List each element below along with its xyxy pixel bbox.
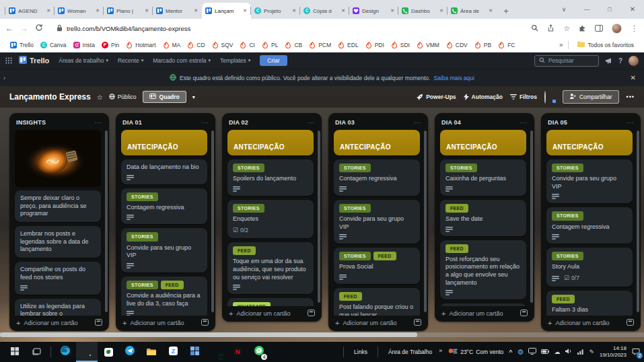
- label-feed[interactable]: FEED: [445, 204, 468, 213]
- header-action-filtros[interactable]: Filtros: [510, 94, 537, 100]
- close-window-button[interactable]: ✕: [621, 0, 644, 19]
- list-title[interactable]: DIA 03: [335, 119, 414, 126]
- bookmark-item[interactable]: PL: [258, 40, 281, 50]
- label-stories[interactable]: STORIES: [127, 232, 158, 241]
- bookmark-item[interactable]: PPin: [98, 40, 122, 50]
- tab-close-icon[interactable]: ✕: [390, 7, 395, 14]
- cloud-icon[interactable]: ☁: [554, 349, 560, 355]
- card[interactable]: Compartilhe os posts do feed nos stories: [15, 262, 101, 294]
- card[interactable]: STORIESSpoilers do lançamento: [227, 159, 314, 196]
- all-favorites-button[interactable]: Todos os favoritos: [574, 40, 637, 50]
- sidebar-expand-icon[interactable]: ›: [3, 75, 5, 81]
- label-feed[interactable]: FEED: [339, 292, 362, 301]
- volume-icon[interactable]: [565, 348, 573, 356]
- taskbar-links-toolbar[interactable]: Links: [353, 349, 369, 355]
- browser-tab[interactable]: Woman✕: [55, 3, 104, 19]
- browser-menu-icon[interactable]: ⋮: [631, 24, 639, 33]
- share-button[interactable]: Compartilhar: [563, 90, 619, 104]
- side-panel-icon[interactable]: [595, 22, 603, 34]
- banner-link[interactable]: Saiba mais aqui: [433, 75, 474, 81]
- clock[interactable]: 14:18 19/10/2023: [600, 345, 627, 359]
- list-scrollbar[interactable]: [424, 131, 427, 312]
- add-card-button[interactable]: +Adicionar um cartão: [227, 306, 317, 318]
- reload-icon[interactable]: [35, 22, 43, 34]
- card[interactable]: FEEDSave the date: [440, 200, 526, 236]
- card[interactable]: STORIESConvide para seu grupo VIP: [121, 228, 207, 272]
- bookmark-item[interactable]: VMM: [413, 40, 443, 50]
- network-icon[interactable]: [577, 349, 584, 356]
- label-feed[interactable]: FEED: [233, 246, 256, 255]
- list-scrollbar[interactable]: [105, 131, 108, 312]
- toolbar-overflow-icon[interactable]: »: [439, 345, 442, 354]
- trello-logo[interactable]: Trello: [19, 56, 49, 65]
- app-grid-icon[interactable]: [5, 55, 12, 67]
- view-chevron-icon[interactable]: ▾: [192, 94, 195, 100]
- banner-close-icon[interactable]: ✕: [631, 74, 636, 81]
- label-stories[interactable]: STORIES: [445, 164, 477, 172]
- label-stories[interactable]: STORIES: [552, 211, 583, 220]
- add-card-button[interactable]: +Adicionar um cartão: [14, 316, 104, 327]
- label-stories[interactable]: STORIES: [552, 252, 583, 260]
- add-card-button[interactable]: +Adicionar um cartão: [120, 316, 211, 327]
- list-title[interactable]: DIA 05: [548, 119, 627, 126]
- bookmark-item[interactable]: Trello: [7, 40, 37, 50]
- list-menu-icon[interactable]: ···: [520, 120, 528, 126]
- bookmark-item[interactable]: CD: [184, 40, 208, 50]
- browser-tab[interactable]: Dashbo✕: [398, 3, 448, 19]
- zoom-lens-icon[interactable]: [531, 22, 538, 34]
- chevron-up-icon[interactable]: ^: [509, 349, 512, 355]
- back-icon[interactable]: ←: [5, 24, 13, 33]
- profile-avatar[interactable]: [612, 24, 622, 34]
- browser-tab[interactable]: Lançam✕: [202, 3, 251, 19]
- help-icon[interactable]: ?: [618, 57, 622, 65]
- bookmark-item[interactable]: CCanva: [37, 40, 70, 50]
- list-scrollbar[interactable]: [637, 131, 639, 312]
- bookmark-item[interactable]: CDV: [443, 40, 471, 50]
- list-menu-icon[interactable]: ···: [414, 120, 421, 126]
- header-action-automao[interactable]: Automação: [464, 94, 503, 100]
- tab-close-icon[interactable]: ✕: [193, 7, 199, 14]
- taskbar-desktop-toolbar[interactable]: Área de Trabalho: [387, 349, 433, 355]
- forward-icon[interactable]: →: [20, 24, 28, 33]
- telegram-icon[interactable]: [119, 342, 141, 362]
- add-card-button[interactable]: +Adicionar um cartão: [439, 306, 530, 318]
- header-action-powerups[interactable]: Power-Ups: [416, 94, 456, 101]
- add-card-button[interactable]: +Adicionar um cartão: [333, 316, 423, 327]
- monitor-icon[interactable]: [528, 348, 536, 356]
- label-feed[interactable]: FEED: [373, 252, 396, 260]
- card[interactable]: FEEDFaltam 3 dias: [546, 291, 633, 316]
- card-template-icon[interactable]: [308, 310, 315, 318]
- bookmark-item[interactable]: MA: [159, 40, 184, 50]
- nav-menu-item[interactable]: Áreas de trabalho▾: [56, 55, 111, 66]
- card[interactable]: ANTECIPAÇÃO: [440, 130, 526, 155]
- file-explorer-icon[interactable]: [141, 342, 162, 362]
- list-scrollbar[interactable]: [530, 131, 533, 303]
- bookmark-item[interactable]: PB: [471, 40, 495, 50]
- card[interactable]: STORIESConvide para seu grupo VIP: [334, 200, 420, 244]
- spotify-icon[interactable]: [205, 342, 227, 362]
- board-title[interactable]: Lançamento Express: [9, 92, 91, 102]
- card[interactable]: STORIESCaixinha de perguntas: [440, 159, 526, 196]
- share-icon[interactable]: [547, 22, 554, 34]
- card[interactable]: STORIESFEEDConvide a audiência para a li…: [121, 277, 207, 316]
- nav-menu-item[interactable]: Templates▾: [217, 55, 253, 66]
- bookmark-item[interactable]: SDI: [388, 40, 413, 50]
- scrollbar-thumb[interactable]: [0, 332, 417, 337]
- minimize-button[interactable]: —: [575, 0, 598, 19]
- card-image[interactable]: [15, 130, 101, 186]
- card[interactable]: STORIESContagem regressiva: [121, 188, 207, 225]
- card[interactable]: Data de lançamento na bio: [121, 159, 207, 184]
- maximize-button[interactable]: □: [598, 0, 621, 19]
- tab-close-icon[interactable]: ✕: [439, 7, 444, 14]
- visibility-button[interactable]: Público: [109, 94, 137, 101]
- label-stories[interactable]: STORIES: [127, 281, 158, 289]
- label-feed[interactable]: FEED: [445, 244, 468, 253]
- whatsapp-icon[interactable]: 4: [248, 342, 270, 362]
- chrome-icon[interactable]: [76, 342, 98, 362]
- card[interactable]: ANTECIPAÇÃO: [121, 130, 207, 155]
- bookmark-item[interactable]: CB: [281, 40, 306, 50]
- bookmark-item[interactable]: PCM: [306, 40, 334, 50]
- card[interactable]: FEEDPost falando porque criou o que vai …: [334, 288, 420, 316]
- tab-close-icon[interactable]: ✕: [291, 7, 297, 14]
- label-stories[interactable]: STORIES: [552, 164, 583, 172]
